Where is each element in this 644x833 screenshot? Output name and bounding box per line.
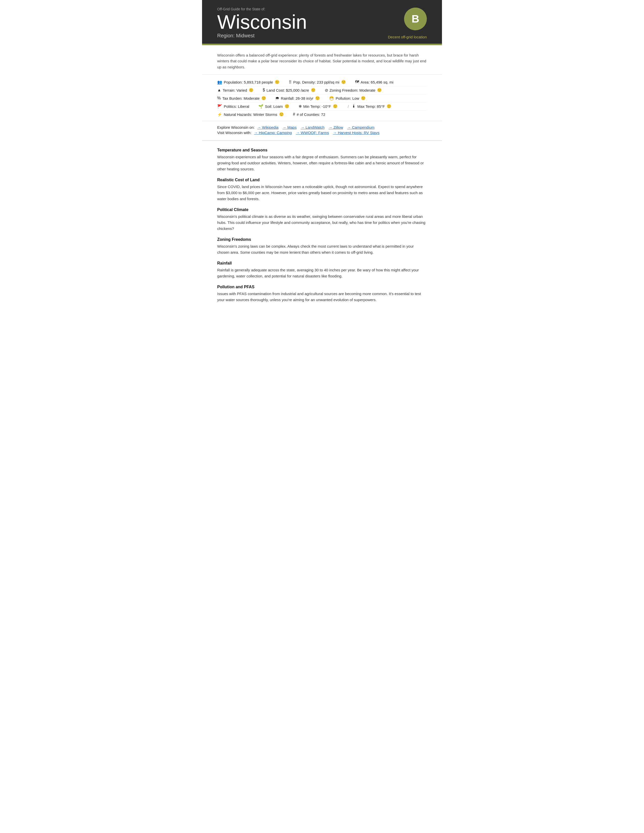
stat-rainfall-label: Rainfall: 26-38 in/yr <box>281 96 313 100</box>
stat-pollution-label: Pollution: Low <box>336 96 359 100</box>
tax-icon: % <box>217 96 221 100</box>
link-hipcamp[interactable]: → HipCamp: Camping <box>254 130 292 135</box>
section-political-heading: Political Climate <box>217 207 427 212</box>
explore-label: Explore Wisconsin on: <box>217 125 254 130</box>
link-harvest-hosts[interactable]: → Harvest Hosts: RV Stays <box>333 130 379 135</box>
stat-tax-label: Tax Burden: Moderate <box>222 96 259 100</box>
page-title: Wisconsin <box>217 12 432 32</box>
section-rainfall: Rainfall Rainfall is generally adequate … <box>217 261 427 279</box>
link-wikipedia[interactable]: → Wikipedia <box>257 125 278 130</box>
stats-section: 👥 Population: 5,893,718 people 🙂 ⠿ Pop. … <box>202 75 442 121</box>
section-land-cost-heading: Realistic Cost of Land <box>217 178 427 182</box>
section-temperature-body: Wisconsin experiences all four seasons w… <box>217 154 427 172</box>
intro-section: Wisconsin offers a balanced off-grid exp… <box>202 45 442 75</box>
max-temp-smiley: 🙂 <box>386 104 391 109</box>
section-political-climate: Political Climate Wisconsin's political … <box>217 207 427 232</box>
population-smiley: 🙂 <box>275 80 280 84</box>
visit-links-row: Visit Wisconsin with: → HipCamp: Camping… <box>217 130 427 135</box>
hazards-smiley: 🙂 <box>279 112 284 117</box>
stat-soil-label: Soil: Loam <box>265 104 283 109</box>
density-icon: ⠿ <box>289 80 292 85</box>
terrain-smiley: 🙂 <box>249 88 254 92</box>
min-temp-icon: ❄ <box>298 104 302 109</box>
grade-circle: B <box>404 8 427 30</box>
content-section: Temperature and Seasons Wisconsin experi… <box>202 141 442 314</box>
section-zoning: Zoning Freedoms Wisconsin's zoning laws … <box>217 237 427 256</box>
stat-counties-label: # of Counties: 72 <box>297 113 325 117</box>
population-icon: 👥 <box>217 80 222 85</box>
stat-rainfall: 🌧 Rainfall: 26-38 in/yr 🙂 <box>275 96 320 100</box>
stat-terrain: ▲ Terrain: Varied 🙂 <box>217 88 254 92</box>
stat-politics: 🚩 Politics: Liberal <box>217 104 249 109</box>
section-pfas-heading: Pollution and PFAS <box>217 285 427 289</box>
stat-max-temp-label: Max Temp: 85°F <box>357 104 385 109</box>
min-temp-smiley: 🙂 <box>333 104 338 109</box>
counties-icon: # <box>293 112 295 117</box>
section-rainfall-body: Rainfall is generally adequate across th… <box>217 267 427 279</box>
section-zoning-body: Wisconsin's zoning laws can be complex. … <box>217 243 427 256</box>
explore-links-row: Explore Wisconsin on: → Wikipedia → Maps… <box>217 125 427 130</box>
section-rainfall-heading: Rainfall <box>217 261 427 265</box>
stat-population-label: Population: 5,893,718 people <box>224 80 273 84</box>
stat-soil: 🌱 Soil: Loam 🙂 <box>258 104 290 109</box>
grade-label: Decent off-grid location <box>388 35 427 39</box>
land-cost-icon: $ <box>262 88 265 92</box>
stats-row-3: % Tax Burden: Moderate 🙂 🌧 Rainfall: 26-… <box>217 95 427 103</box>
intro-text: Wisconsin offers a balanced off-grid exp… <box>217 52 427 70</box>
stat-terrain-label: Terrain: Varied <box>223 88 247 92</box>
link-landwatch[interactable]: → LandWatch <box>301 125 325 130</box>
max-temp-icon: 🌡 <box>352 104 356 109</box>
land-cost-smiley: 🙂 <box>311 88 316 92</box>
link-zillow[interactable]: → Zillow <box>328 125 343 130</box>
stat-pollution: 😷 Pollution: Low 🙂 <box>329 96 366 101</box>
area-icon: 🗺 <box>355 80 359 84</box>
section-pfas-body: Issues with PFAS contamination from indu… <box>217 291 427 303</box>
pollution-smiley: 🙂 <box>361 96 366 100</box>
stat-area: 🗺 Area: 65,496 sq. mi <box>355 80 393 84</box>
stat-min-temp-label: Min Temp: -10°F <box>303 104 331 109</box>
visit-label: Visit Wisconsin with: <box>217 130 251 135</box>
politics-icon: 🚩 <box>217 104 222 109</box>
stats-row-1: 👥 Population: 5,893,718 people 🙂 ⠿ Pop. … <box>217 78 427 86</box>
terrain-icon: ▲ <box>217 88 221 92</box>
soil-icon: 🌱 <box>258 104 263 109</box>
link-wwoof[interactable]: → WWOOF: Farms <box>296 130 329 135</box>
stat-politics-label: Politics: Liberal <box>224 104 249 109</box>
section-temperature-heading: Temperature and Seasons <box>217 148 427 153</box>
stat-land-cost: $ Land Cost: $25,000 /acre 🙂 <box>262 88 316 92</box>
temp-divider: / <box>348 104 349 109</box>
stats-row-2: ▲ Terrain: Varied 🙂 $ Land Cost: $25,000… <box>217 86 427 95</box>
stat-zoning-label: Zoning Freedom: Moderate <box>330 88 375 92</box>
zoning-smiley: 🙂 <box>377 88 382 92</box>
tax-smiley: 🙂 <box>261 96 266 100</box>
header-subtitle: Off-Grid Guide for the State of: <box>217 7 432 11</box>
links-section: Explore Wisconsin on: → Wikipedia → Maps… <box>202 121 442 141</box>
section-zoning-heading: Zoning Freedoms <box>217 237 427 242</box>
section-land-cost-body: Since COVID, land prices in Wisconsin ha… <box>217 184 427 202</box>
link-maps[interactable]: → Maps <box>283 125 297 130</box>
link-campendium[interactable]: → Campendium <box>347 125 374 130</box>
section-land-cost: Realistic Cost of Land Since COVID, land… <box>217 178 427 202</box>
stat-max-temp: 🌡 Max Temp: 85°F 🙂 <box>352 104 391 109</box>
stat-tax: % Tax Burden: Moderate 🙂 <box>217 96 266 100</box>
stat-land-cost-label: Land Cost: $25,000 /acre <box>266 88 309 92</box>
stat-population: 👥 Population: 5,893,718 people 🙂 <box>217 80 280 85</box>
hazards-icon: ⚡ <box>217 112 222 117</box>
section-temperature: Temperature and Seasons Wisconsin experi… <box>217 148 427 172</box>
rainfall-smiley: 🙂 <box>315 96 320 100</box>
pollution-icon: 😷 <box>329 96 334 101</box>
section-pfas: Pollution and PFAS Issues with PFAS cont… <box>217 285 427 303</box>
stat-area-label: Area: 65,496 sq. mi <box>361 80 393 84</box>
header-section: Off-Grid Guide for the State of: Wiscons… <box>202 0 442 45</box>
stat-zoning: ⊘ Zoning Freedom: Moderate 🙂 <box>325 88 382 93</box>
density-smiley: 🙂 <box>341 80 346 84</box>
stats-row-5: ⚡ Natural Hazards: Winter Storms 🙂 # # o… <box>217 111 427 118</box>
stat-hazards-label: Natural Hazards: Winter Storms <box>224 113 277 117</box>
stat-density: ⠿ Pop. Density: 233 ppl/sq mi 🙂 <box>289 80 346 85</box>
stat-density-label: Pop. Density: 233 ppl/sq mi <box>293 80 340 84</box>
section-political-body: Wisconsin's political climate is as dive… <box>217 214 427 232</box>
zoning-icon: ⊘ <box>325 88 328 93</box>
soil-smiley: 🙂 <box>285 104 290 109</box>
stat-counties: # # of Counties: 72 <box>293 112 325 117</box>
stats-row-4: 🚩 Politics: Liberal 🌱 Soil: Loam 🙂 ❄ Min… <box>217 103 427 111</box>
